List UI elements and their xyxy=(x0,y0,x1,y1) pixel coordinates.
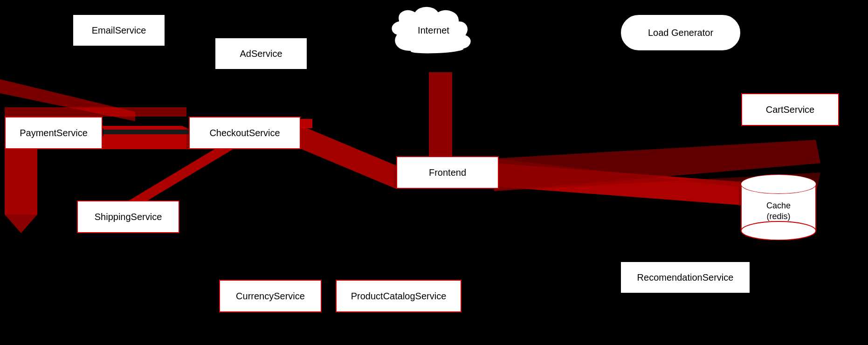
checkout-service-label: CheckoutService xyxy=(209,128,280,138)
cart-service-box: CartService xyxy=(741,93,839,126)
payment-service-box: PaymentService xyxy=(5,117,103,149)
email-service-box: EmailService xyxy=(72,14,165,47)
email-service-label: EmailService xyxy=(92,25,146,36)
svg-text:(redis): (redis) xyxy=(766,212,790,221)
diagram-container: EmailService AdService Internet Load Gen… xyxy=(0,0,868,345)
svg-point-23 xyxy=(741,221,816,240)
load-generator-label: Load Generator xyxy=(648,28,713,38)
frontend-label: Frontend xyxy=(429,167,466,178)
recomendation-service-box: RecomendationService xyxy=(620,261,751,294)
product-catalog-service-label: ProductCatalogService xyxy=(351,291,447,302)
svg-point-24 xyxy=(741,175,816,193)
cache-redis-box: Cache (redis) xyxy=(737,170,820,242)
svg-marker-0 xyxy=(103,126,189,149)
internet-cloud-svg: Internet xyxy=(387,5,480,70)
svg-marker-13 xyxy=(103,130,190,134)
recomendation-service-label: RecomendationService xyxy=(637,272,734,283)
product-catalog-service-box: ProductCatalogService xyxy=(336,280,462,312)
ad-service-box: AdService xyxy=(214,37,308,70)
cart-service-label: CartService xyxy=(766,104,814,115)
ad-service-label: AdService xyxy=(240,48,282,59)
shipping-service-box: ShippingService xyxy=(77,200,179,233)
svg-marker-6 xyxy=(5,214,37,233)
svg-marker-10 xyxy=(296,124,396,189)
load-generator-box: Load Generator xyxy=(620,14,741,51)
currency-service-label: CurrencyService xyxy=(236,291,305,302)
svg-text:Internet: Internet xyxy=(418,25,449,35)
svg-marker-3 xyxy=(121,149,233,205)
payment-service-label: PaymentService xyxy=(20,128,88,138)
cache-redis-svg: Cache (redis) xyxy=(737,170,820,240)
shipping-service-label: ShippingService xyxy=(95,212,162,222)
internet-cloud: Internet xyxy=(387,5,480,72)
svg-marker-5 xyxy=(5,140,37,214)
svg-text:Cache: Cache xyxy=(766,201,791,210)
currency-service-box: CurrencyService xyxy=(219,280,322,312)
frontend-box: Frontend xyxy=(396,156,499,189)
checkout-service-box: CheckoutService xyxy=(189,117,301,149)
svg-marker-9 xyxy=(429,72,452,163)
